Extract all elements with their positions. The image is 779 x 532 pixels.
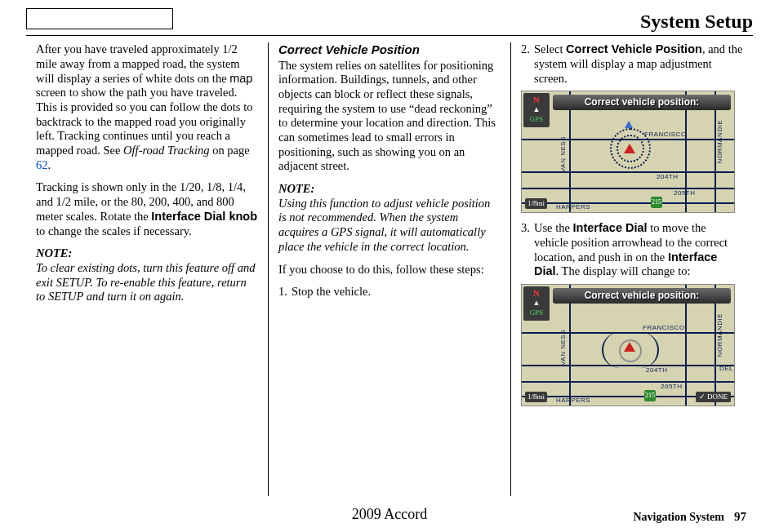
street-204th: 204TH bbox=[657, 173, 679, 181]
column-1: After you have traveled approximately 1/… bbox=[26, 42, 268, 496]
correct-vehicle-position-heading: Correct Vehicle Position bbox=[278, 42, 501, 57]
street-francisco: FRANCISCO bbox=[644, 131, 687, 139]
direction-arrow-up bbox=[625, 121, 633, 128]
street-francisco: FRANCISCO bbox=[643, 324, 685, 332]
map-compass-panel: N ▲ GPS bbox=[523, 93, 550, 127]
page-number: 97 bbox=[734, 510, 746, 523]
street-van-ness: VAN NESS bbox=[559, 136, 568, 172]
col2-p2: If you choose to do this, follow these s… bbox=[278, 263, 501, 277]
col1-p1: After you have traveled approximately 1/… bbox=[36, 42, 258, 172]
compass-n-icon: N bbox=[523, 95, 550, 104]
interface-dial-knob: Interface Dial knob bbox=[151, 210, 257, 223]
step-1: 1. Stop the vehicle. bbox=[278, 285, 501, 299]
col2-note: NOTE: Using this function to adjust vehi… bbox=[278, 182, 501, 254]
step-2: 2. Select Correct Vehicle Position, and … bbox=[521, 42, 743, 86]
offroad-ref: Off-road Tracking bbox=[123, 144, 209, 157]
map-screenshot-1: VAN NESS NORMANDIE FRANCISCO 204TH 205TH… bbox=[521, 91, 735, 213]
note-label: NOTE: bbox=[36, 246, 72, 259]
col2-p1: The system relies on satellites for posi… bbox=[278, 59, 501, 175]
interface-dial-bold: Interface Dial bbox=[573, 221, 648, 234]
text: . bbox=[48, 158, 51, 171]
col1-note: NOTE: To clear existing dots, turn this … bbox=[36, 246, 258, 304]
map-screenshot-2: VAN NESS NORMANDIE FRANCISCO 204TH 205TH… bbox=[521, 284, 735, 406]
page-title: System Setup bbox=[640, 10, 753, 33]
step-3: 3. Use the Interface Dial to move the ve… bbox=[521, 221, 743, 279]
street-205th: 205TH bbox=[674, 189, 696, 197]
note-body: To clear existing dots, turn this featur… bbox=[36, 261, 255, 303]
step-body: Select Correct Vehicle Position, and the… bbox=[534, 42, 743, 86]
footer-right: Navigation System97 bbox=[633, 509, 746, 524]
column-2: Correct Vehicle Position The system reli… bbox=[268, 42, 510, 496]
cvp-bold: Correct Vehicle Position bbox=[566, 42, 702, 55]
street-204th: 204TH bbox=[646, 366, 668, 375]
compass-n-icon: N bbox=[523, 288, 550, 298]
text: to change the scales if necessary. bbox=[36, 224, 192, 237]
step-num: 1. bbox=[278, 285, 292, 299]
street-van-ness: VAN NESS bbox=[559, 330, 568, 366]
map-compass-panel: N ▲ GPS bbox=[523, 286, 550, 321]
text: . The display will change to: bbox=[556, 264, 691, 277]
map-scale: 1/8mi bbox=[525, 392, 547, 402]
street-harpers: HARPERS bbox=[556, 397, 590, 405]
step-num: 3. bbox=[521, 221, 534, 279]
gps-indicator: GPS bbox=[523, 114, 550, 124]
col1-p2: Tracking is shown only in the 1/20, 1/8,… bbox=[36, 180, 258, 238]
corner-placeholder-box bbox=[26, 8, 173, 29]
route-shield: 215 bbox=[644, 390, 656, 401]
map-word: map bbox=[229, 72, 252, 85]
step-num: 2. bbox=[521, 42, 534, 86]
street-del: DEL bbox=[719, 365, 733, 373]
note-label: NOTE: bbox=[278, 182, 314, 195]
map-header: Correct vehicle position: bbox=[553, 288, 731, 304]
vehicle-arrow-icon bbox=[624, 144, 635, 153]
map-header: Correct vehicle position: bbox=[553, 95, 731, 110]
step-body: Stop the vehicle. bbox=[292, 285, 501, 299]
nav-system-label: Navigation System bbox=[633, 511, 724, 523]
done-button[interactable]: ✓ DONE bbox=[696, 392, 731, 402]
text: on page bbox=[210, 144, 250, 157]
map-scale: 1/8mi bbox=[525, 198, 547, 209]
note-body: Using this function to adjust vehicle po… bbox=[278, 197, 490, 253]
street-205th: 205TH bbox=[661, 383, 683, 391]
street-normandie: NORMANDIE bbox=[716, 313, 724, 357]
step-body: Use the Interface Dial to move the vehic… bbox=[534, 221, 743, 279]
street-harpers: HARPERS bbox=[556, 203, 590, 211]
page-link-62[interactable]: 62 bbox=[36, 158, 48, 171]
column-3: 2. Select Correct Vehicle Position, and … bbox=[510, 42, 753, 496]
street-normandie: NORMANDIE bbox=[716, 120, 724, 163]
gps-indicator: GPS bbox=[523, 308, 550, 317]
route-shield: 215 bbox=[651, 197, 662, 208]
text: After you have traveled approximately 1/… bbox=[36, 42, 240, 84]
text: Use the bbox=[534, 221, 573, 234]
text: Select bbox=[534, 42, 566, 55]
vehicle-ring bbox=[619, 339, 642, 362]
done-label: DONE bbox=[707, 392, 728, 401]
